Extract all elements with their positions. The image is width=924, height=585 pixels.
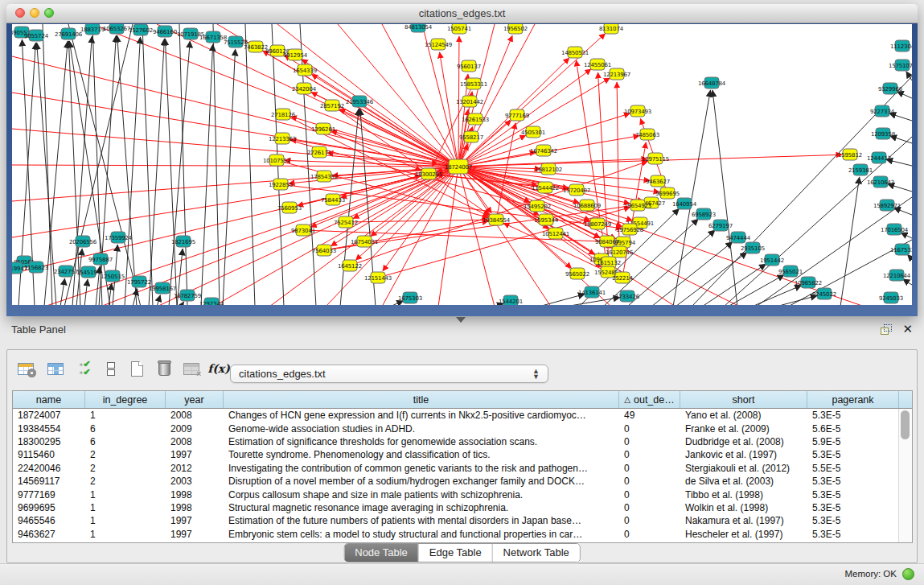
graph-node-label: 2718126 (271, 112, 296, 118)
red-edges (12, 24, 864, 305)
graph-node-label: 1595344 (534, 217, 559, 224)
tab-node-table[interactable]: Node Table (344, 544, 419, 562)
column-header-in_degree[interactable]: in_degree (85, 391, 166, 408)
network-table-select-value: citations_edges.txt (239, 368, 326, 380)
graph-node-label: 1922855 (269, 182, 293, 188)
graph-node-label: 27691406 (55, 31, 83, 38)
graph-node-label: 16746342 (530, 148, 557, 154)
table-cell: Corpus callosum shape and size in male p… (224, 489, 619, 501)
graph-node-label: 252214 (612, 275, 633, 282)
graph-nodes[interactable]: 4905572905572427691406188371910653267152… (12, 24, 912, 305)
column-header-pagerank[interactable]: pagerank (807, 391, 899, 408)
table-cell: 1998 (166, 489, 224, 501)
graph-node-label: 10688609 (573, 203, 601, 209)
tab-network-table[interactable]: Network Table (493, 544, 580, 562)
select-arrows-icon: ▲▼ (532, 369, 540, 380)
delete-column-button[interactable] (152, 356, 176, 381)
column-header-year[interactable]: year (166, 391, 224, 408)
network-canvas[interactable]: 4905572905572427691406188371910653267152… (12, 24, 912, 305)
graph-node-label: 15495202 (524, 204, 551, 210)
citation-network-graph[interactable]: 4905572905572427691406188371910653267152… (12, 24, 912, 305)
graph-node-label: 9084067 (595, 239, 619, 245)
table-cell: Jankovic et al. (1997) (680, 449, 807, 460)
table-cell: Changes of HCN gene expression and I(f) … (224, 410, 619, 421)
graph-node-label: 9227334 (870, 109, 895, 115)
graph-node-label: 14136141 (578, 290, 606, 296)
window-titlebar[interactable]: citations_edges.txt (6, 4, 918, 23)
close-panel-icon[interactable]: ✕ (902, 322, 913, 336)
graph-node-label: 9975887 (88, 257, 113, 263)
graph-node-label: 19756928 (616, 227, 643, 233)
show-columns-button[interactable] (43, 356, 68, 381)
table-cell: de Silva et al. (2003) (680, 476, 807, 487)
table-cell: Structural magnetic resonance image aver… (224, 502, 619, 513)
row-height-button[interactable] (99, 356, 123, 381)
graph-node-label: 16261533 (462, 117, 489, 123)
table-cell: 2008 (166, 410, 224, 421)
vertical-scrollbar[interactable] (898, 409, 912, 542)
table-cell: Hescheler et al. (1997) (680, 529, 807, 540)
column-header-short[interactable]: short (680, 391, 807, 408)
table-cell: 5.3E-5 (807, 449, 899, 460)
table-row[interactable]: 1872400712008Changes of HCN gene express… (13, 409, 899, 422)
new-column-button[interactable] (125, 356, 149, 381)
fx-icon: f(x) (207, 362, 230, 375)
graph-node-label: 16812102 (535, 167, 562, 173)
graph-node-label: 16754031 (351, 239, 378, 245)
table-cell: 0 (619, 529, 680, 540)
function-builder-button[interactable]: f(x) (207, 356, 231, 381)
table-row[interactable]: 946362711997Embryonic stem cells: a mode… (13, 528, 899, 541)
table-cell: 9777169 (13, 489, 85, 501)
table-row[interactable]: 946554611997Estimation of the future num… (13, 514, 899, 527)
table-header-row: namein_degreeyeartitle△out_de…shortpager… (13, 391, 912, 409)
table-panel: ✔✔ ✕ f(x) citations_edges.txt ▲▼ namein_… (6, 349, 918, 563)
tab-edge-table[interactable]: Edge Table (419, 544, 493, 562)
graph-node-label: 12210644 (883, 273, 911, 279)
table-row[interactable]: 1938455462009Genome-wide association stu… (13, 422, 899, 435)
table-row[interactable]: 977716911998Corpus callosum shape and si… (13, 488, 899, 501)
trash-icon (158, 362, 170, 376)
graph-node-label: 1675303 (398, 295, 422, 302)
graph-node-label: 1795722 (127, 279, 151, 286)
graph-node-label: 1615132 (597, 260, 621, 266)
table-row[interactable]: 1456911722003Disruption of a novel membe… (13, 475, 899, 488)
graph-node-label: 19654923 (624, 203, 651, 209)
column-header-title[interactable]: title (224, 391, 619, 408)
column-header-name[interactable]: name (13, 391, 85, 408)
network-table-select[interactable]: citations_edges.txt ▲▼ (230, 365, 548, 383)
table-cell: 5.9E-5 (807, 436, 899, 447)
graph-node-label: 9558217 (459, 134, 483, 141)
table-cell: 0 (619, 476, 680, 487)
table-row[interactable]: 1830029562008Estimation of significance … (13, 435, 899, 448)
graph-node-label: 7564033 (312, 248, 336, 254)
scrollbar-thumb[interactable] (901, 410, 910, 439)
column-header-out_de[interactable]: △out_de… (619, 391, 680, 408)
table-cell: 5.5E-5 (807, 463, 899, 474)
graph-node-label: 12975115 (642, 156, 669, 163)
graph-node-label: 9245033 (879, 295, 903, 302)
graph-node-label: 6279197 (708, 223, 733, 229)
table-cell: 5.3E-5 (807, 529, 899, 540)
graph-node-label: 20206556 (69, 239, 97, 245)
graph-node-label: 12213967 (603, 72, 630, 78)
graph-node-label: 10965822 (795, 280, 822, 286)
graph-node-label: 10107552 (263, 158, 290, 164)
table-cell: 1998 (166, 502, 224, 513)
table-row[interactable]: 969969511998Structural magnetic resonanc… (13, 501, 899, 514)
graph-node-label: 13201442 (456, 99, 483, 105)
graph-node-label: 15853311 (460, 81, 487, 88)
float-panel-icon[interactable] (881, 324, 892, 335)
table-cell: 22420046 (13, 463, 85, 474)
table-row[interactable]: 2242004622012Investigating the contribut… (13, 462, 899, 475)
graph-node-label: 2935105 (741, 245, 765, 252)
table-cell: 6 (85, 423, 166, 435)
table-cell: Estimation of the future numbers of pati… (224, 515, 619, 526)
graph-node-label: 1156823 (24, 265, 48, 271)
table-row[interactable]: 911546021997Tourette syndrome. Phenomeno… (13, 448, 899, 461)
table-mode-button[interactable] (14, 356, 38, 381)
table-cell: Wolkin et al. (1998) (680, 502, 807, 513)
graph-node-label: 9245022 (812, 291, 836, 298)
edit-columns-button[interactable]: ✔✔ (73, 356, 97, 381)
graph-node-label: 1956502 (503, 26, 528, 32)
graph-node-label: 14850531 (561, 50, 589, 56)
